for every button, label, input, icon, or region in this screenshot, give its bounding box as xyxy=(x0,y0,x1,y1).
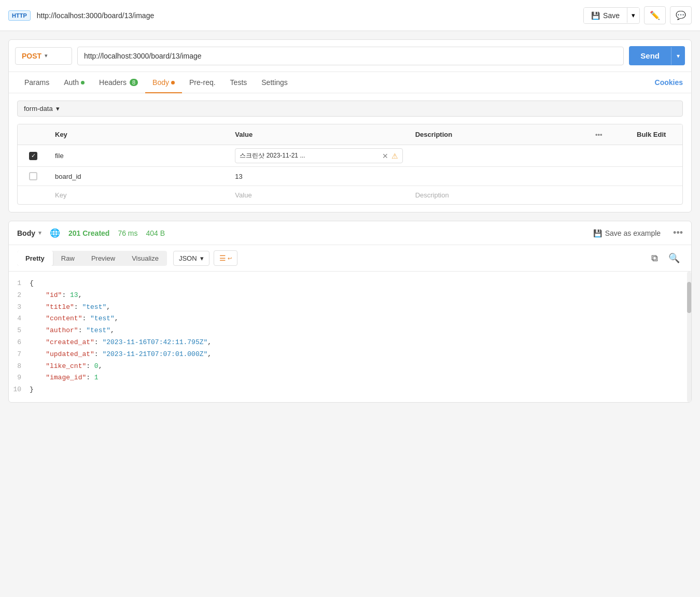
response-more-button[interactable]: ••• xyxy=(673,228,683,238)
save-button[interactable]: 💾 Save xyxy=(584,8,627,23)
line-num-9: 9 xyxy=(9,373,30,383)
tab-params-label: Params xyxy=(24,78,49,87)
format-tab-preview[interactable]: Preview xyxy=(83,251,123,266)
response-header: Body ▾ 🌐 201 Created 76 ms 404 B 💾 Save … xyxy=(9,221,691,245)
scrollbar-thumb[interactable] xyxy=(687,282,691,313)
body-dropdown-icon[interactable]: ▾ xyxy=(38,230,41,236)
format-tabs: Pretty Raw Preview Visualize xyxy=(17,251,167,266)
row-checkbox-file[interactable] xyxy=(18,147,49,165)
response-section: Body ▾ 🌐 201 Created 76 ms 404 B 💾 Save … xyxy=(8,221,692,403)
method-select[interactable]: POST ▾ xyxy=(15,47,72,65)
file-clear-button[interactable]: ✕ xyxy=(382,152,388,160)
form-data-label: form-data xyxy=(24,105,53,112)
tab-headers-label: Headers xyxy=(99,78,127,87)
top-actions: 💾 Save ▾ ✏️ 💬 xyxy=(583,6,692,24)
json-viewer: 1 { 2 "id": 13, 3 "title": "test", 4 "co… xyxy=(9,272,691,402)
tab-tests[interactable]: Tests xyxy=(223,72,255,93)
json-chevron-icon: ▾ xyxy=(200,254,204,262)
json-line-1: 1 { xyxy=(9,278,691,290)
save-example-button[interactable]: 💾 Save as example xyxy=(593,229,661,237)
json-line-8: 8 "like_cnt": 0, xyxy=(9,361,691,373)
auth-status-dot xyxy=(81,81,85,84)
wrap-arrow-icon: ↩ xyxy=(228,255,232,261)
table-row: file 스크린샷 2023-11-21 ... ✕ ⚠ xyxy=(18,145,682,167)
request-section: POST ▾ Send ▾ Params Auth Headers 8 Body xyxy=(8,39,692,212)
copy-button[interactable]: ⧉ xyxy=(648,250,661,266)
json-field-image-id: "image_id": 1 xyxy=(30,373,691,383)
row-desc-file[interactable] xyxy=(409,151,589,161)
url-bar: POST ▾ Send ▾ xyxy=(9,40,691,72)
row-key-board-id[interactable]: board_id xyxy=(49,167,229,186)
json-format-select[interactable]: JSON ▾ xyxy=(173,251,209,266)
save-label: Save xyxy=(603,11,620,20)
json-field-updated-at: "updated_at": "2023-11-21T07:07:01.000Z"… xyxy=(30,349,691,360)
checkbox-file[interactable] xyxy=(29,152,37,160)
body-status-dot xyxy=(171,81,175,84)
search-button[interactable]: 🔍 xyxy=(665,250,683,266)
save-chevron-button[interactable]: ▾ xyxy=(627,8,639,23)
row-desc-board-id[interactable] xyxy=(409,171,589,181)
url-input[interactable] xyxy=(77,47,624,65)
format-tab-pretty[interactable]: Pretty xyxy=(17,251,53,266)
top-bar: HTTP http://localhost:3000/board/13/imag… xyxy=(0,0,700,31)
json-field-created-at: "created_at": "2023-11-16T07:42:11.795Z"… xyxy=(30,337,691,348)
request-tabs: Params Auth Headers 8 Body Pre-req. Test… xyxy=(9,72,691,93)
response-body-label: Body ▾ xyxy=(17,229,41,237)
row-value-empty[interactable]: Value xyxy=(229,188,409,202)
line-num-6: 6 xyxy=(9,337,30,348)
tab-settings-label: Settings xyxy=(261,78,288,87)
copy-icon: ⧉ xyxy=(651,253,658,263)
scrollbar-track xyxy=(687,272,691,402)
file-name: 스크린샷 2023-11-21 ... xyxy=(240,151,379,160)
headers-badge: 8 xyxy=(130,79,138,86)
send-button[interactable]: Send xyxy=(629,46,671,65)
json-line-5: 5 "author": "test", xyxy=(9,325,691,337)
method-label: POST xyxy=(22,52,41,60)
tab-body[interactable]: Body xyxy=(145,72,182,93)
send-button-group: Send ▾ xyxy=(629,46,685,65)
tab-settings[interactable]: Settings xyxy=(254,72,295,93)
save-example-label: Save as example xyxy=(605,229,661,237)
comment-button[interactable]: 💬 xyxy=(670,6,692,24)
file-value-box: 스크린샷 2023-11-21 ... ✕ ⚠ xyxy=(235,148,402,163)
row-desc-empty[interactable]: Description xyxy=(409,186,589,204)
wrap-button[interactable]: ☰ ↩ xyxy=(214,250,237,266)
tab-headers[interactable]: Headers 8 xyxy=(92,72,145,93)
line-num-2: 2 xyxy=(9,290,30,301)
format-tab-visualize[interactable]: Visualize xyxy=(123,251,167,266)
cookies-link[interactable]: Cookies xyxy=(655,78,683,87)
table-row: Key Value Description xyxy=(18,186,682,204)
status-badge: 201 Created xyxy=(68,229,109,237)
edit-button[interactable]: ✏️ xyxy=(644,6,666,24)
json-field-title: "title": "test", xyxy=(30,302,691,313)
body-content: form-data ▾ Key Value Description ••• Bu… xyxy=(9,93,691,212)
form-table: Key Value Description ••• Bulk Edit file… xyxy=(17,124,683,205)
tab-prereq[interactable]: Pre-req. xyxy=(182,72,223,93)
format-tab-raw[interactable]: Raw xyxy=(53,251,83,266)
edit-icon: ✏️ xyxy=(650,10,660,20)
tab-params[interactable]: Params xyxy=(17,72,57,93)
checkbox-board-id[interactable] xyxy=(29,172,37,180)
form-data-select[interactable]: form-data ▾ xyxy=(17,101,683,117)
json-line-6: 6 "created_at": "2023-11-16T07:42:11.795… xyxy=(9,337,691,349)
col-more: ••• xyxy=(589,129,631,140)
row-checkbox-board-id[interactable] xyxy=(18,167,49,186)
col-description: Description xyxy=(409,129,589,140)
more-options-icon: ••• xyxy=(595,131,603,138)
row-key-file[interactable]: file xyxy=(49,147,229,165)
json-line-9: 9 "image_id": 1 xyxy=(9,372,691,384)
json-field-like-cnt: "like_cnt": 0, xyxy=(30,361,691,372)
send-chevron-button[interactable]: ▾ xyxy=(671,47,685,65)
tab-auth-label: Auth xyxy=(64,78,79,87)
save-disk-icon: 💾 xyxy=(591,11,600,20)
comment-icon: 💬 xyxy=(676,10,686,20)
tab-auth[interactable]: Auth xyxy=(57,72,92,93)
top-url: http://localhost:3000/board/13/image xyxy=(37,11,577,20)
json-line-7: 7 "updated_at": "2023-11-21T07:07:01.000… xyxy=(9,349,691,361)
line-num-3: 3 xyxy=(9,302,30,313)
json-line-4: 4 "content": "test", xyxy=(9,313,691,325)
row-value-board-id[interactable]: 13 xyxy=(229,169,409,183)
col-check xyxy=(18,129,49,140)
row-key-empty[interactable]: Key xyxy=(49,186,229,204)
col-bulk-edit[interactable]: Bulk Edit xyxy=(631,129,682,140)
